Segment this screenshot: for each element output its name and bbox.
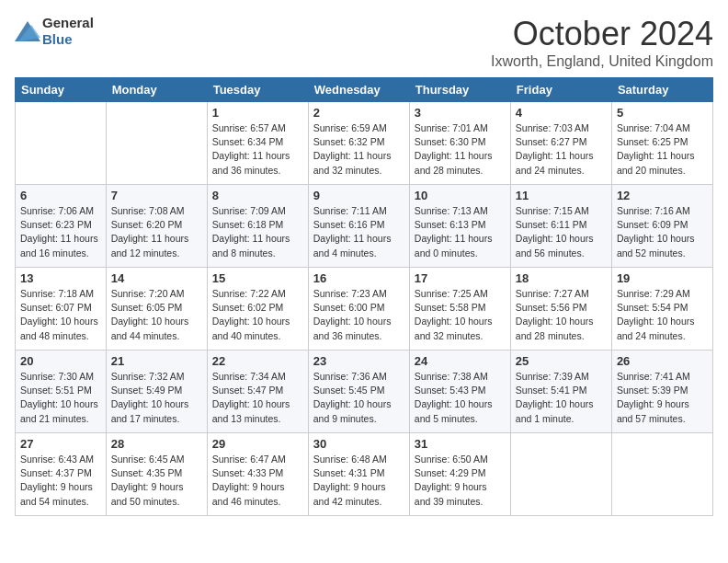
day-number: 14: [111, 271, 202, 285]
day-number: 23: [313, 354, 404, 368]
day-number: 8: [212, 189, 303, 202]
day-info: Sunrise: 7:01 AM Sunset: 6:30 PM Dayligh…: [415, 121, 506, 178]
day-info: Sunrise: 7:22 AM Sunset: 6:02 PM Dayligh…: [212, 287, 303, 343]
day-info: Sunrise: 7:23 AM Sunset: 6:00 PM Dayligh…: [313, 287, 404, 343]
month-title: October 2024: [491, 15, 713, 53]
day-info: Sunrise: 7:29 AM Sunset: 5:54 PM Dayligh…: [617, 287, 708, 343]
day-number: 25: [516, 354, 607, 368]
day-info: Sunrise: 6:50 AM Sunset: 4:29 PM Dayligh…: [415, 453, 506, 509]
day-info: Sunrise: 6:48 AM Sunset: 4:31 PM Dayligh…: [313, 453, 404, 509]
calendar-cell: 4Sunrise: 7:03 AM Sunset: 6:27 PM Daylig…: [510, 102, 611, 185]
day-number: 22: [212, 354, 303, 368]
day-info: Sunrise: 7:09 AM Sunset: 6:18 PM Dayligh…: [212, 204, 303, 260]
day-info: Sunrise: 7:38 AM Sunset: 5:43 PM Dayligh…: [415, 370, 506, 426]
calendar-cell: 20Sunrise: 7:30 AM Sunset: 5:51 PM Dayli…: [16, 350, 107, 433]
calendar-cell: 28Sunrise: 6:45 AM Sunset: 4:35 PM Dayli…: [106, 433, 207, 516]
day-number: 18: [516, 271, 607, 285]
calendar-cell: 10Sunrise: 7:13 AM Sunset: 6:13 PM Dayli…: [409, 185, 510, 268]
calendar-cell: 11Sunrise: 7:15 AM Sunset: 6:11 PM Dayli…: [510, 185, 611, 268]
day-info: Sunrise: 7:34 AM Sunset: 5:47 PM Dayligh…: [212, 370, 303, 426]
day-info: Sunrise: 7:16 AM Sunset: 6:09 PM Dayligh…: [617, 204, 708, 260]
calendar-cell: 5Sunrise: 7:04 AM Sunset: 6:25 PM Daylig…: [611, 102, 712, 185]
day-number: 16: [313, 271, 404, 285]
calendar-cell: 31Sunrise: 6:50 AM Sunset: 4:29 PM Dayli…: [409, 433, 510, 516]
calendar-cell: 27Sunrise: 6:43 AM Sunset: 4:37 PM Dayli…: [16, 433, 107, 516]
calendar-cell: 1Sunrise: 6:57 AM Sunset: 6:34 PM Daylig…: [207, 102, 308, 185]
calendar-cell: 23Sunrise: 7:36 AM Sunset: 5:45 PM Dayli…: [308, 350, 409, 433]
weekday-header-saturday: Saturday: [611, 78, 712, 102]
calendar-cell: [510, 433, 611, 516]
day-number: 26: [617, 354, 708, 368]
day-number: 20: [20, 354, 101, 368]
calendar-cell: 7Sunrise: 7:08 AM Sunset: 6:20 PM Daylig…: [106, 185, 207, 268]
day-info: Sunrise: 7:06 AM Sunset: 6:23 PM Dayligh…: [20, 204, 101, 260]
day-number: 29: [212, 437, 303, 451]
day-info: Sunrise: 7:08 AM Sunset: 6:20 PM Dayligh…: [111, 204, 202, 260]
day-number: 24: [415, 354, 506, 368]
day-number: 3: [415, 106, 506, 120]
calendar-cell: 17Sunrise: 7:25 AM Sunset: 5:58 PM Dayli…: [409, 268, 510, 350]
day-number: 15: [212, 271, 303, 285]
calendar-cell: 12Sunrise: 7:16 AM Sunset: 6:09 PM Dayli…: [611, 185, 712, 268]
day-info: Sunrise: 7:03 AM Sunset: 6:27 PM Dayligh…: [516, 121, 607, 178]
day-number: 4: [516, 106, 607, 120]
calendar-cell: [16, 102, 107, 185]
day-info: Sunrise: 6:47 AM Sunset: 4:33 PM Dayligh…: [212, 453, 303, 509]
day-info: Sunrise: 7:20 AM Sunset: 6:05 PM Dayligh…: [111, 287, 202, 343]
calendar-cell: 26Sunrise: 7:41 AM Sunset: 5:39 PM Dayli…: [611, 350, 712, 433]
calendar-cell: 13Sunrise: 7:18 AM Sunset: 6:07 PM Dayli…: [16, 268, 107, 350]
calendar-cell: [106, 102, 207, 185]
weekday-header-friday: Friday: [510, 78, 611, 102]
calendar-cell: 2Sunrise: 6:59 AM Sunset: 6:32 PM Daylig…: [308, 102, 409, 185]
logo-general: General: [42, 15, 94, 30]
weekday-header-wednesday: Wednesday: [308, 78, 409, 102]
calendar-cell: 18Sunrise: 7:27 AM Sunset: 5:56 PM Dayli…: [510, 268, 611, 350]
weekday-header-row: SundayMondayTuesdayWednesdayThursdayFrid…: [16, 78, 713, 102]
logo-icon: [15, 21, 40, 41]
weekday-header-tuesday: Tuesday: [207, 78, 308, 102]
day-number: 1: [212, 106, 303, 120]
header: General Blue October 2024 Ixworth, Engla…: [15, 15, 713, 70]
calendar-cell: 14Sunrise: 7:20 AM Sunset: 6:05 PM Dayli…: [106, 268, 207, 350]
day-number: 21: [111, 354, 202, 368]
day-info: Sunrise: 7:15 AM Sunset: 6:11 PM Dayligh…: [516, 204, 607, 260]
day-info: Sunrise: 6:43 AM Sunset: 4:37 PM Dayligh…: [20, 453, 101, 509]
day-number: 27: [20, 437, 101, 451]
day-info: Sunrise: 7:36 AM Sunset: 5:45 PM Dayligh…: [313, 370, 404, 426]
day-info: Sunrise: 6:57 AM Sunset: 6:34 PM Dayligh…: [212, 121, 303, 178]
title-area: October 2024 Ixworth, England, United Ki…: [491, 15, 713, 70]
calendar-cell: 3Sunrise: 7:01 AM Sunset: 6:30 PM Daylig…: [409, 102, 510, 185]
calendar-week-row: 27Sunrise: 6:43 AM Sunset: 4:37 PM Dayli…: [16, 433, 713, 516]
day-info: Sunrise: 7:32 AM Sunset: 5:49 PM Dayligh…: [111, 370, 202, 426]
day-info: Sunrise: 7:30 AM Sunset: 5:51 PM Dayligh…: [20, 370, 101, 426]
calendar-cell: [611, 433, 712, 516]
day-number: 6: [20, 189, 101, 202]
calendar-cell: 21Sunrise: 7:32 AM Sunset: 5:49 PM Dayli…: [106, 350, 207, 433]
day-info: Sunrise: 7:11 AM Sunset: 6:16 PM Dayligh…: [313, 204, 404, 260]
day-info: Sunrise: 6:59 AM Sunset: 6:32 PM Dayligh…: [313, 121, 404, 178]
day-number: 2: [313, 106, 404, 120]
day-number: 19: [617, 271, 708, 285]
calendar-cell: 19Sunrise: 7:29 AM Sunset: 5:54 PM Dayli…: [611, 268, 712, 350]
weekday-header-thursday: Thursday: [409, 78, 510, 102]
calendar-cell: 22Sunrise: 7:34 AM Sunset: 5:47 PM Dayli…: [207, 350, 308, 433]
day-info: Sunrise: 7:27 AM Sunset: 5:56 PM Dayligh…: [516, 287, 607, 343]
calendar-cell: 9Sunrise: 7:11 AM Sunset: 6:16 PM Daylig…: [308, 185, 409, 268]
calendar-cell: 29Sunrise: 6:47 AM Sunset: 4:33 PM Dayli…: [207, 433, 308, 516]
calendar-week-row: 1Sunrise: 6:57 AM Sunset: 6:34 PM Daylig…: [16, 102, 713, 185]
location-title: Ixworth, England, United Kingdom: [491, 53, 713, 70]
calendar-week-row: 6Sunrise: 7:06 AM Sunset: 6:23 PM Daylig…: [16, 185, 713, 268]
logo: General Blue: [15, 15, 94, 48]
calendar-cell: 6Sunrise: 7:06 AM Sunset: 6:23 PM Daylig…: [16, 185, 107, 268]
day-info: Sunrise: 7:13 AM Sunset: 6:13 PM Dayligh…: [415, 204, 506, 260]
calendar-week-row: 20Sunrise: 7:30 AM Sunset: 5:51 PM Dayli…: [16, 350, 713, 433]
day-number: 11: [516, 189, 607, 202]
calendar-cell: 25Sunrise: 7:39 AM Sunset: 5:41 PM Dayli…: [510, 350, 611, 433]
calendar-cell: 24Sunrise: 7:38 AM Sunset: 5:43 PM Dayli…: [409, 350, 510, 433]
day-info: Sunrise: 7:25 AM Sunset: 5:58 PM Dayligh…: [415, 287, 506, 343]
calendar-cell: 15Sunrise: 7:22 AM Sunset: 6:02 PM Dayli…: [207, 268, 308, 350]
day-number: 7: [111, 189, 202, 202]
day-number: 17: [415, 271, 506, 285]
day-number: 13: [20, 271, 101, 285]
calendar-week-row: 13Sunrise: 7:18 AM Sunset: 6:07 PM Dayli…: [16, 268, 713, 350]
